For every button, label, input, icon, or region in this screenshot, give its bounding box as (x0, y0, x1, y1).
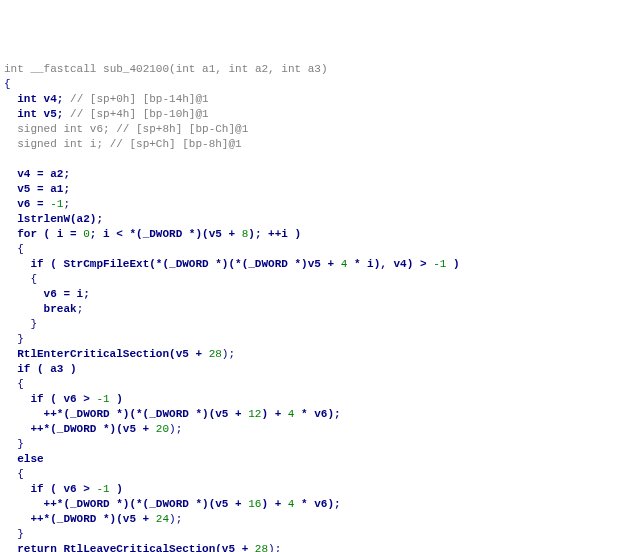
code-line: for ( i = 0; i < *(_DWORD *)(v5 + 8); ++… (4, 227, 620, 242)
code-line: else (4, 452, 620, 467)
code-line: lstrlenW(a2); (4, 212, 620, 227)
code-line: if ( v6 > -1 ) (4, 392, 620, 407)
code-line (4, 152, 620, 167)
call-RtlLeaveCriticalSection: RtlLeaveCriticalSection (63, 543, 215, 552)
code-line: signed int v6; // [sp+8h] [bp-Ch]@1 (4, 122, 620, 137)
call-RtlEnterCriticalSection: RtlEnterCriticalSection (17, 348, 169, 360)
code-line: { (4, 377, 620, 392)
code-line: int v4; // [sp+0h] [bp-14h]@1 (4, 92, 620, 107)
decompiler-code-view[interactable]: int __fastcall sub_402100(int a1, int a2… (4, 62, 620, 552)
code-line: RtlEnterCriticalSection(v5 + 28); (4, 347, 620, 362)
code-line: v5 = a1; (4, 182, 620, 197)
call-StrCmpFileExt: StrCmpFileExt (63, 258, 149, 270)
code-line: break; (4, 302, 620, 317)
code-line: } (4, 527, 620, 542)
code-line: v6 = i; (4, 287, 620, 302)
code-line: { (4, 77, 620, 92)
code-line: { (4, 242, 620, 257)
code-line: int v5; // [sp+4h] [bp-10h]@1 (4, 107, 620, 122)
code-line: } (4, 332, 620, 347)
code-line: ++*(_DWORD *)(v5 + 24); (4, 512, 620, 527)
code-line: } (4, 437, 620, 452)
code-line: if ( StrCmpFileExt(*(_DWORD *)(*(_DWORD … (4, 257, 620, 272)
code-line: signed int i; // [sp+Ch] [bp-8h]@1 (4, 137, 620, 152)
call-lstrlenW: lstrlenW (17, 213, 70, 225)
code-line: } (4, 317, 620, 332)
code-line: ++*(_DWORD *)(*(_DWORD *)(v5 + 12) + 4 *… (4, 407, 620, 422)
code-line: ++*(_DWORD *)(*(_DWORD *)(v5 + 16) + 4 *… (4, 497, 620, 512)
code-line: v4 = a2; (4, 167, 620, 182)
code-line: if ( a3 ) (4, 362, 620, 377)
code-line: { (4, 272, 620, 287)
code-line: return RtlLeaveCriticalSection(v5 + 28); (4, 542, 620, 552)
code-line: if ( v6 > -1 ) (4, 482, 620, 497)
code-line: v6 = -1; (4, 197, 620, 212)
code-line: ++*(_DWORD *)(v5 + 20); (4, 422, 620, 437)
code-line: int __fastcall sub_402100(int a1, int a2… (4, 62, 620, 77)
code-line: { (4, 467, 620, 482)
